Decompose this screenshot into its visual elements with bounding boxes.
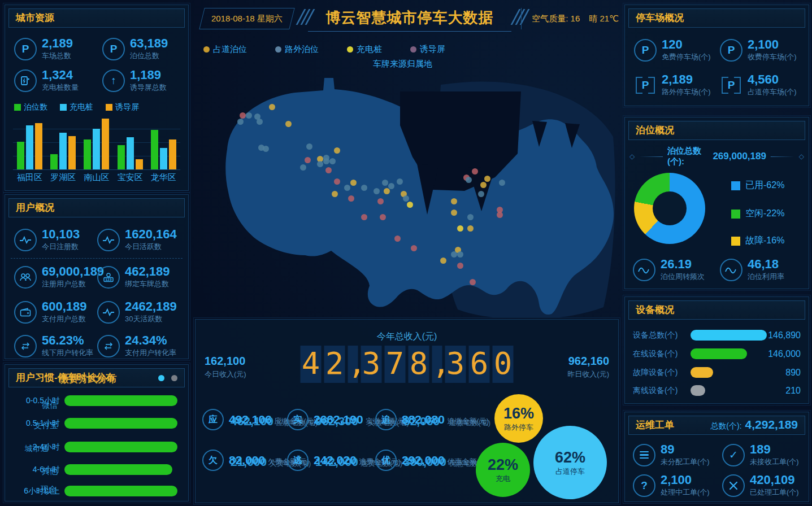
parking-icon: P (102, 38, 125, 60)
map-poi-dot[interactable] (484, 176, 490, 182)
map-poi-dot[interactable] (397, 178, 403, 185)
map-poi-dot[interactable] (394, 235, 401, 242)
legend-charger[interactable]: 充电桩 (347, 44, 382, 55)
habit-bar[interactable] (64, 464, 172, 475)
x-axis-labels: 福田区 罗湖区 南山区 宝安区 龙华区 (13, 172, 180, 183)
map-poi-dot[interactable] (361, 185, 367, 191)
map-poi-dot[interactable] (334, 178, 340, 185)
map-poi-dot[interactable] (269, 104, 275, 110)
map-poi-dot[interactable] (257, 119, 263, 125)
map-poi-dot[interactable] (440, 258, 446, 264)
map-poi-dot[interactable] (384, 188, 390, 194)
map-poi-dot[interactable] (480, 182, 487, 188)
map-poi-dot[interactable] (451, 198, 457, 204)
device-bar[interactable] (691, 385, 705, 396)
map-poi-dot[interactable] (497, 212, 503, 218)
legend-guide-screen[interactable]: 诱导屏 (410, 44, 445, 55)
map-poi-dot[interactable] (348, 195, 354, 202)
device-bar[interactable] (691, 330, 767, 341)
map-poi-dot[interactable] (246, 112, 252, 119)
map-poi-dot[interactable] (263, 146, 269, 152)
donut-legend-used[interactable]: 已用-62% (731, 180, 784, 191)
bar[interactable] (84, 139, 91, 169)
map-poi-dot[interactable] (478, 191, 484, 197)
map-poi-dot[interactable] (467, 225, 474, 232)
map-poi-dot[interactable] (300, 164, 306, 171)
berth-total-row: ◇ 泊位总数(个): 269,000,189 ◇ (629, 146, 804, 167)
device-bar[interactable] (691, 348, 747, 359)
map-poi-dot[interactable] (451, 251, 457, 258)
map-poi-dot[interactable] (329, 158, 336, 164)
legend-item-berth[interactable]: 泊位数 (14, 102, 47, 112)
legend-item-charger[interactable]: 充电桩 (60, 102, 93, 112)
map-poi-dot[interactable] (350, 180, 357, 186)
device-bar[interactable] (691, 367, 713, 378)
map-poi-dot[interactable] (380, 214, 386, 220)
air-quality: 空气质量: 16 晴 21℃ (521, 8, 619, 29)
map-poi-dot[interactable] (344, 185, 350, 191)
map-poi-dot[interactable] (374, 188, 380, 194)
bar[interactable] (160, 148, 167, 169)
map-poi-dot[interactable] (499, 180, 505, 186)
map-poi-dot[interactable] (377, 198, 384, 204)
carousel-dot-active[interactable] (158, 375, 164, 381)
map-poi-dot[interactable] (317, 161, 323, 167)
bar[interactable] (93, 129, 100, 169)
bubble-charging[interactable]: 22% 充电 (476, 443, 530, 497)
map-poi-dot[interactable] (403, 195, 409, 202)
map-poi-dot[interactable] (470, 279, 476, 285)
map-poi-dot[interactable] (457, 263, 463, 269)
bar[interactable] (68, 136, 76, 169)
bar[interactable] (136, 159, 143, 169)
bar[interactable] (102, 119, 109, 169)
map-poi-dot[interactable] (240, 112, 246, 119)
map-poi-dot[interactable] (467, 214, 474, 220)
bar[interactable] (17, 142, 24, 169)
map-poi-dot[interactable] (325, 167, 332, 173)
map-poi-dot[interactable] (382, 180, 388, 186)
bubble-offroad[interactable]: 16% 路外停车 (494, 394, 543, 443)
donut-legend-free[interactable]: 空闲-22% (731, 208, 784, 220)
map-poi-dot[interactable] (285, 121, 292, 127)
carousel-dot[interactable] (171, 375, 177, 381)
map-poi-dot[interactable] (323, 158, 329, 164)
donut-legend-fault[interactable]: 故障-16% (731, 235, 784, 247)
bubble-roadside[interactable]: 62% 占道停车 (533, 426, 607, 499)
map-poi-dot[interactable] (306, 143, 312, 150)
map-poi-dot[interactable] (466, 177, 472, 183)
city-map[interactable] (198, 69, 616, 317)
map-poi-dot[interactable] (457, 225, 463, 232)
bar[interactable] (151, 130, 158, 169)
bar[interactable] (26, 125, 33, 169)
habit-bar[interactable] (64, 418, 177, 429)
map-poi-dot[interactable] (411, 245, 417, 251)
digit-separator: , (348, 346, 358, 383)
bar[interactable] (50, 154, 58, 169)
stat-roadside-lots: P 4,560占道停车场(个) (720, 73, 797, 97)
map-poi-dot[interactable] (457, 251, 463, 258)
map-poi-dot[interactable] (332, 191, 338, 197)
map-poi-dot[interactable] (237, 119, 244, 125)
bar-group-baoan (118, 116, 143, 169)
bar[interactable] (118, 145, 125, 169)
map-poi-dot[interactable] (334, 147, 340, 154)
legend-roadside-berth[interactable]: 占道泊位 (203, 44, 247, 55)
map-poi-dot[interactable] (305, 157, 311, 163)
habit-bar[interactable] (64, 486, 177, 496)
map-poi-dot[interactable] (361, 214, 367, 220)
map-poi-dot[interactable] (388, 183, 394, 189)
legend-item-screen[interactable]: 诱导屏 (106, 102, 139, 112)
diamond-decor: ◇ (799, 152, 804, 160)
map-poi-dot[interactable] (472, 168, 478, 175)
habit-bar[interactable] (64, 442, 177, 452)
bar[interactable] (169, 139, 176, 169)
bar[interactable] (35, 123, 42, 169)
habit-bar[interactable] (64, 395, 177, 406)
bar[interactable] (59, 133, 67, 169)
legend-offroad-berth[interactable]: 路外泊位 (275, 44, 319, 55)
map-poi-dot[interactable] (451, 210, 457, 216)
bar[interactable] (127, 137, 134, 169)
carousel-dots (158, 375, 177, 381)
map-poi-dot[interactable] (407, 202, 413, 208)
berth-donut-chart[interactable] (634, 173, 705, 244)
